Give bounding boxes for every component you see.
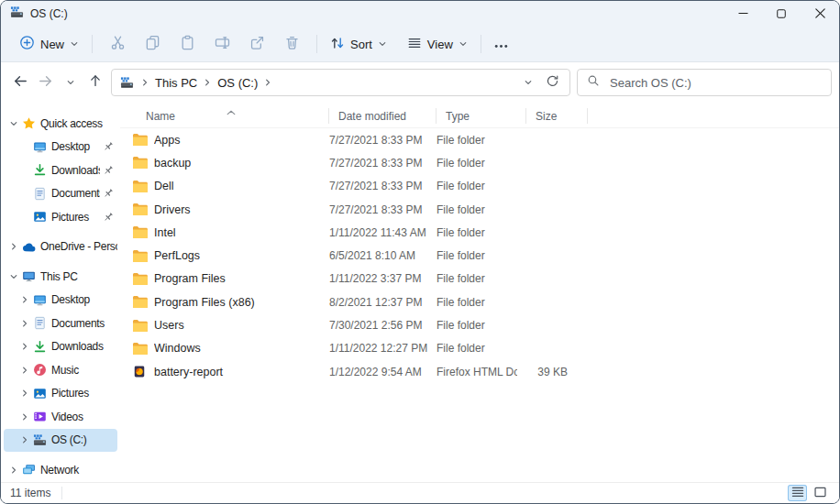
chevron-right-icon[interactable] — [17, 319, 31, 328]
chevron-right-icon[interactable] — [17, 435, 31, 444]
file-name: Windows — [154, 342, 320, 355]
table-row[interactable]: Program Files (x86)8/2/2021 12:37 PMFile… — [120, 290, 839, 313]
sidebar-item-label: Pictures — [51, 387, 117, 400]
table-row[interactable]: Program Files1/11/2022 3:37 PMFile folde… — [120, 268, 839, 290]
network-icon — [20, 463, 38, 477]
sidebar-item-label: Pictures — [51, 211, 100, 224]
sidebar-item-desktop[interactable]: Desktop — [4, 136, 117, 159]
up-button[interactable] — [83, 70, 106, 95]
file-date-modified: 1/12/2022 9:54 AM — [320, 366, 427, 378]
sidebar-item-pictures[interactable]: Pictures — [4, 382, 117, 406]
cut-button[interactable] — [100, 31, 135, 57]
delete-button[interactable] — [274, 31, 309, 57]
documents-icon — [31, 316, 49, 330]
table-row[interactable]: Dell7/27/2021 8:33 PMFile folder — [120, 175, 839, 198]
sidebar-item-quick-access[interactable]: Quick access — [4, 112, 117, 136]
sidebar-item-os-c[interactable]: OS (C:) — [4, 429, 117, 453]
sidebar-item-documents[interactable]: Documents — [4, 182, 117, 206]
search-input[interactable] — [608, 75, 822, 91]
table-row[interactable]: backup7/27/2021 8:33 PMFile folder — [120, 151, 839, 174]
chevron-right-icon[interactable] — [17, 366, 31, 375]
details-view-toggle[interactable] — [788, 485, 807, 501]
sidebar-item-network[interactable]: Network — [4, 458, 117, 482]
address-dropdown-button[interactable] — [524, 76, 533, 90]
chevron-right-icon[interactable] — [17, 295, 31, 304]
column-header-type[interactable]: Type — [437, 104, 526, 127]
sidebar-group-gap — [1, 229, 120, 236]
sidebar-item-pictures[interactable]: Pictures — [4, 205, 117, 229]
status-bar: 11 items — [1, 482, 839, 503]
file-list: NameDate modifiedTypeSize Apps7/27/2021 … — [120, 103, 839, 482]
see-more-button[interactable] — [489, 34, 514, 55]
table-row[interactable]: Apps7/27/2021 8:33 PMFile folder — [120, 128, 839, 151]
breadcrumb-this-pc[interactable]: This PC — [151, 74, 201, 92]
column-header-name[interactable]: Name — [146, 104, 329, 127]
forward-icon — [38, 73, 53, 93]
sidebar-item-music[interactable]: Music — [4, 358, 117, 382]
table-row[interactable]: Windows1/11/2022 12:27 PMFile folder — [120, 337, 839, 360]
paste-button[interactable] — [170, 31, 204, 57]
file-date-modified: 7/27/2021 8:33 PM — [320, 157, 427, 170]
new-button[interactable]: New — [14, 31, 84, 57]
breadcrumb[interactable]: This PCOS (C:) — [111, 69, 570, 96]
chevron-right-icon[interactable] — [17, 342, 31, 351]
recent-locations-button[interactable] — [59, 70, 82, 95]
maximize-button[interactable] — [762, 1, 801, 27]
search-icon — [587, 74, 600, 91]
sort-button[interactable]: Sort — [325, 32, 392, 57]
back-icon — [13, 73, 28, 93]
minimize-icon — [738, 5, 748, 22]
file-name: Intel — [154, 226, 320, 239]
table-row[interactable]: battery-report1/12/2022 9:54 AMFirefox H… — [120, 360, 839, 383]
share-button[interactable] — [239, 31, 274, 57]
view-button[interactable]: View — [402, 32, 473, 57]
chevron-right-icon[interactable] — [263, 78, 272, 87]
sidebar-item-this-pc[interactable]: This PC — [4, 265, 117, 289]
file-date-modified: 1/11/2022 12:27 PM — [320, 342, 427, 355]
file-date-modified: 8/2/2021 12:37 PM — [320, 296, 427, 309]
chevron-right-icon[interactable] — [203, 78, 212, 87]
drive-icon — [31, 433, 49, 447]
sidebar-item-label: This PC — [40, 270, 117, 283]
chevron-down-icon — [378, 39, 387, 49]
chevron-down-icon[interactable] — [6, 272, 20, 281]
column-header-size[interactable]: Size — [526, 104, 588, 127]
sidebar-item-downloads[interactable]: Downloads — [4, 335, 117, 359]
sidebar-item-downloads[interactable]: Downloads — [4, 159, 117, 182]
file-type: Firefox HTML Doc... — [427, 366, 517, 378]
table-row[interactable]: Drivers7/27/2021 8:33 PMFile folder — [120, 198, 839, 221]
details-view-icon — [791, 487, 804, 500]
file-date-modified: 1/11/2022 11:43 AM — [320, 226, 427, 239]
forward-button[interactable] — [34, 70, 57, 95]
close-button[interactable] — [801, 1, 839, 27]
sidebar: Quick accessDesktopDownloadsDocumentsPic… — [1, 103, 120, 482]
sidebar-item-documents[interactable]: Documents — [4, 312, 117, 335]
rename-button[interactable] — [204, 31, 239, 57]
chevron-right-icon[interactable] — [6, 466, 20, 475]
table-row[interactable]: PerfLogs6/5/2021 8:10 AMFile folder — [120, 244, 839, 267]
column-header-date-modified[interactable]: Date modified — [329, 104, 437, 127]
chevron-right-icon[interactable] — [6, 242, 20, 251]
minimize-button[interactable] — [724, 1, 762, 27]
sidebar-item-desktop[interactable]: Desktop — [4, 289, 117, 312]
pin-icon — [100, 165, 116, 176]
file-name: Drivers — [154, 203, 320, 216]
thumbnails-view-toggle[interactable] — [811, 485, 830, 501]
table-row[interactable]: Users7/30/2021 2:56 PMFile folder — [120, 313, 839, 336]
chevron-right-icon[interactable] — [140, 78, 149, 87]
breadcrumb-os-c[interactable]: OS (C:) — [214, 74, 261, 92]
chevron-down-icon[interactable] — [6, 119, 20, 128]
file-type: File folder — [427, 296, 517, 309]
copy-button[interactable] — [135, 31, 170, 57]
chevron-down-icon — [70, 39, 79, 49]
column-headers: NameDate modifiedTypeSize — [120, 104, 839, 128]
table-row[interactable]: Intel1/11/2022 11:43 AMFile folder — [120, 221, 839, 244]
chevron-right-icon[interactable] — [17, 412, 31, 422]
sidebar-item-onedrive-personal[interactable]: OneDrive - Personal — [4, 236, 117, 259]
back-button[interactable] — [9, 70, 32, 95]
refresh-button[interactable] — [546, 74, 559, 91]
chevron-right-icon[interactable] — [17, 389, 31, 398]
onedrive-icon — [20, 242, 38, 252]
desktop-icon — [31, 293, 49, 307]
sidebar-item-videos[interactable]: Videos — [4, 405, 117, 429]
